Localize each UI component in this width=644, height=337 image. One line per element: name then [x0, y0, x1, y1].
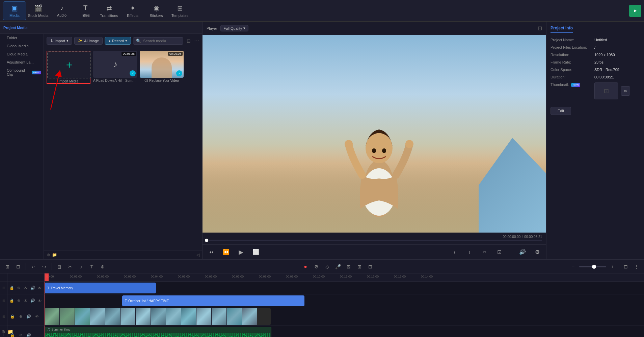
sidebar-item-global-media[interactable]: Global Media [0, 42, 44, 50]
collapse-icon[interactable]: ◁ [196, 252, 199, 257]
player-label: Player [207, 26, 217, 30]
project-edit-btn[interactable]: Edit [551, 107, 571, 115]
quality-select[interactable]: Full Quality ▾ [220, 25, 248, 31]
sidebar-item-cloud-media[interactable]: Cloud Media [0, 50, 44, 58]
ruler-11-00: 00:11:00 [340, 275, 352, 278]
track1-travel-memory-clip[interactable]: T Travel Memory [45, 283, 156, 293]
track2-audio-btn[interactable]: 🔊 [30, 297, 36, 305]
track1-add-btn[interactable]: ⊕ [16, 284, 22, 292]
settings-btn[interactable]: ⚙ [533, 247, 542, 257]
mark-in-btn[interactable]: { [450, 247, 459, 257]
track2-lock-btn[interactable]: 🔒 [9, 297, 15, 305]
track1-visibility-btn[interactable]: 👁 [36, 284, 43, 292]
project-info-tab[interactable]: Project Info [551, 26, 573, 33]
toolbar-label-audio: Audio [57, 13, 66, 17]
tl-dots-btn[interactable]: ⋮ [632, 262, 641, 271]
toolbar-btn-stickers[interactable]: ◉ Stickers [144, 1, 168, 20]
tl-zoom-out-btn[interactable]: − [568, 262, 578, 271]
tl-text-btn[interactable]: T [87, 262, 97, 271]
tl-redo-btn[interactable]: ↪ [39, 262, 49, 271]
project-name-value: Untitled [594, 38, 640, 42]
time-display: 00:00:00:00 / 00:00:08:21 [207, 235, 542, 239]
tl-undo-btn[interactable]: ↩ [29, 262, 38, 271]
tl-magnet-btn[interactable]: ⊟ [14, 262, 23, 271]
toolbar-btn-titles[interactable]: T Titles [74, 1, 97, 20]
ruler-06-00: 00:06:00 [205, 275, 217, 278]
tl-snap-btn[interactable]: ⊞ [3, 262, 12, 271]
track3-lock-btn[interactable]: 🔒 [9, 313, 16, 320]
track2-visibility-btn[interactable]: 👁 [36, 297, 43, 305]
mark-out-btn[interactable]: } [465, 247, 474, 257]
timeline-area: ⊞ ⊞ ⊞ ♪ 🔒 ⊕ 👁 🔊 👁 🔒 ⊕ 👁 🔊 👁 [0, 273, 644, 337]
play-btn[interactable]: ▶ [236, 247, 246, 257]
toolbar-btn-templates[interactable]: ⊞ Templates [168, 1, 192, 20]
toolbar-btn-effects[interactable]: ✦ Effects [121, 1, 144, 20]
tl-settings-btn[interactable]: ⚙ [312, 262, 321, 271]
tl-zoom-in-btn[interactable]: + [608, 262, 617, 271]
toolbar-btn-stock-media[interactable]: 🎬 Stock Media [26, 1, 50, 20]
track4-audio-btn[interactable]: 🔊 [25, 331, 32, 337]
track4-audio-clip[interactable]: 🎵 Summer Time [45, 327, 271, 337]
import-btn[interactable]: ⬇ Import ▾ [47, 37, 72, 45]
import-media-thumb: + [47, 51, 91, 78]
toolbar-btn-media[interactable]: ▣ Media [3, 1, 26, 20]
folder-media-icon[interactable]: 📁 [52, 252, 57, 257]
tl-marker-btn[interactable]: ◇ [322, 262, 332, 271]
tl-cut-btn[interactable]: ✂ [65, 262, 75, 271]
playhead-marker [45, 273, 49, 281]
thumbnail-empty-icon: ⊡ [604, 87, 609, 95]
track3-video-clip[interactable] [45, 308, 271, 325]
tl-split-btn[interactable]: ⊠ [344, 262, 353, 271]
track1-eye-btn[interactable]: 👁 [23, 284, 29, 292]
cut-btn[interactable]: ✂ [480, 247, 489, 257]
frame-4 [90, 308, 105, 325]
player-panel: Player Full Quality ▾ ⊡ [203, 22, 546, 259]
tl-audio-detach-btn[interactable]: ⊡ [366, 262, 375, 271]
add-media-icon[interactable]: ⊕ [47, 252, 50, 257]
search-input[interactable] [143, 39, 180, 43]
track1-audio-btn[interactable]: 🔊 [30, 284, 36, 292]
audio-media-item[interactable]: ♪ 00:03:26 ✓ A Road Down A Hill - Summ..… [93, 51, 137, 84]
track2-add-btn[interactable]: ⊕ [16, 297, 22, 305]
step-back-btn[interactable]: ⏪ [221, 247, 231, 257]
toolbar-btn-transitions[interactable]: ⇄ Transitions [97, 1, 121, 20]
sidebar-item-compound-clip[interactable]: Compound Clip NEW [0, 66, 44, 78]
crop-btn[interactable]: ⊡ [494, 247, 504, 257]
progress-bar[interactable] [207, 240, 542, 241]
tl-grid-btn[interactable]: ⊟ [621, 262, 630, 271]
tl-detach-audio-btn[interactable]: ♪ [76, 262, 86, 271]
stop-btn[interactable]: ⬜ [251, 247, 261, 257]
track3-add-btn[interactable]: ⊕ [17, 313, 24, 320]
track2-october-clip[interactable]: T October 1st / HAPPY TIME [122, 295, 304, 306]
track2-playhead [45, 294, 45, 307]
track1-lock-btn[interactable]: 🔒 [9, 284, 15, 292]
tl-more-btn[interactable]: ⊕ [98, 262, 107, 271]
zoom-slider[interactable] [579, 266, 606, 267]
track4-add-btn[interactable]: ⊕ [17, 331, 24, 337]
compound-clip-badge: NEW [32, 71, 41, 74]
toolbar-btn-audio[interactable]: ♪ Audio [50, 1, 74, 20]
tl-delete-btn[interactable]: 🗑 [55, 262, 64, 271]
sidebar-item-folder[interactable]: Folder [0, 34, 44, 42]
video-media-item[interactable]: 00:00:08 ✓ 02 Replace Your Video [140, 51, 184, 84]
import-media-item[interactable]: + Import Media [47, 51, 90, 84]
skip-back-btn[interactable]: ⏮ [207, 247, 216, 257]
ai-image-btn[interactable]: ✨ AI Image [74, 37, 103, 45]
tl-microphone-btn[interactable]: 🎤 [333, 262, 343, 271]
track3-visibility-btn[interactable]: 👁 [33, 313, 41, 320]
thumbnail-edit-btn[interactable]: ✏ [621, 86, 630, 96]
tl-group-btn[interactable]: ⊞ [355, 262, 364, 271]
color-space-value: SDR - Rec.709 [594, 68, 640, 72]
record-btn[interactable]: ● Record ▾ [105, 37, 131, 45]
track3-audio-btn[interactable]: 🔊 [25, 313, 32, 320]
fullscreen-icon[interactable]: ⊡ [538, 25, 542, 31]
timeline-controls: 🔒 ⊕ 👁 🔊 👁 🔒 ⊕ 👁 🔊 👁 🔒 ⊕ 🔊 👁 [7, 273, 45, 337]
more-options-icon[interactable]: ⋯ [194, 38, 199, 44]
track2-eye-btn[interactable]: 👁 [23, 297, 29, 305]
frame-12 [212, 308, 227, 325]
filter-icon[interactable]: ⊟ [187, 38, 191, 44]
tl-record-btn[interactable]: ● [301, 262, 310, 271]
export-button[interactable]: ▶ [629, 5, 641, 17]
sidebar-item-adjustment-layer[interactable]: Adjustment La... [0, 58, 44, 66]
audio-btn[interactable]: 🔊 [518, 247, 527, 257]
